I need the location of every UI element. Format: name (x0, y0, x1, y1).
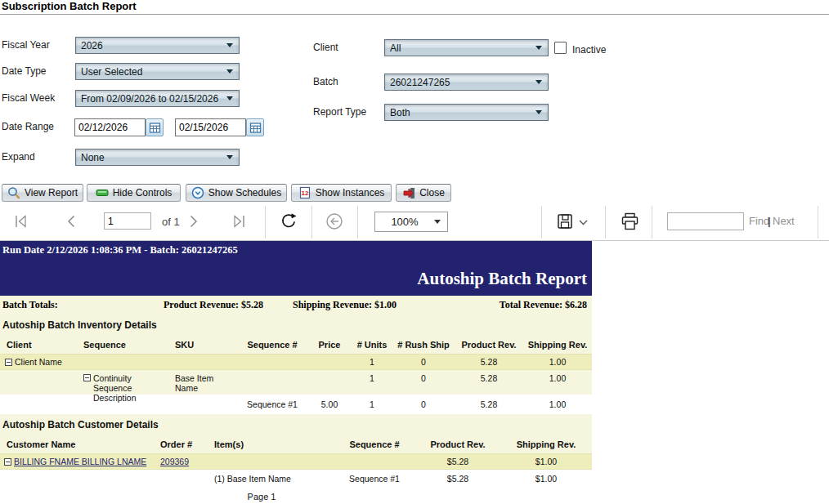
refresh-icon[interactable] (280, 212, 298, 230)
show-schedules-label: Show Schedules (208, 187, 281, 198)
batch-label: Batch (313, 74, 338, 91)
page-title: Subscription Batch Report (2, 0, 137, 12)
report-type-label: Report Type (313, 104, 366, 121)
run-date-line: Run Date 2/12/2026 1:08:36 PM - Batch: 2… (2, 244, 238, 256)
report-canvas: Run Date 2/12/2026 1:08:36 PM - Batch: 2… (0, 241, 592, 502)
date-range-start-calendar-button[interactable] (146, 118, 164, 136)
date-range-end-input[interactable] (175, 118, 246, 136)
cell-product: 5.28 (455, 357, 523, 367)
col-header: Order # (155, 439, 209, 449)
cell-product: 5.28 (455, 399, 523, 409)
inventory-section-heading: Autoship Batch Inventory Details (0, 314, 592, 336)
collapse-toggle-icon[interactable] (4, 458, 11, 466)
client-label: Client (313, 39, 338, 56)
expand-value: None (76, 152, 226, 163)
batch-select[interactable]: 26021247265 (384, 74, 549, 91)
view-report-label: View Report (25, 187, 78, 198)
col-header: Sequence (78, 340, 170, 350)
toolbar-separator (357, 206, 358, 239)
title-divider (0, 14, 829, 15)
total-revenue: Total Revenue: $6.28 (500, 299, 587, 311)
fiscal-year-label: Fiscal Year (2, 37, 50, 54)
date-type-select[interactable]: User Selected (75, 63, 240, 80)
col-header: Product Rev. (415, 439, 500, 449)
cell-product: $5.28 (415, 457, 500, 466)
find-button[interactable]: Find (749, 215, 769, 227)
cell-rush: 0 (392, 370, 455, 383)
calendar-instances-icon: 12 (298, 186, 311, 199)
fiscal-year-select[interactable]: 2026 (75, 37, 240, 54)
last-page-icon[interactable] (231, 214, 247, 229)
chevron-down-icon (226, 155, 233, 159)
cell-items: (1) Base Item Name (209, 474, 334, 484)
chevron-down-icon (535, 46, 542, 50)
col-header: Sequence # (334, 439, 415, 449)
cell-rush: 0 (392, 399, 455, 409)
collapse-toggle-icon[interactable] (5, 359, 12, 366)
date-range-end-calendar-button[interactable] (246, 118, 264, 136)
zoom-select[interactable]: 100% (374, 212, 448, 232)
cell-seq-no: Sequence #1 (237, 399, 307, 409)
first-page-icon[interactable] (13, 214, 29, 229)
inactive-checkbox[interactable] (554, 42, 567, 54)
save-export-icon[interactable] (556, 212, 574, 230)
show-instances-button[interactable]: 12 Show Instances (291, 184, 392, 202)
date-range-label: Date Range (2, 118, 54, 136)
report-type-select[interactable]: Both (384, 104, 549, 121)
find-text-input[interactable] (667, 212, 744, 230)
previous-page-icon[interactable] (65, 214, 77, 229)
view-report-button[interactable]: View Report (2, 184, 83, 202)
close-button[interactable]: Close (396, 184, 451, 202)
chevron-down-icon (226, 96, 233, 100)
chevron-down-icon[interactable] (578, 219, 589, 226)
batch-totals-label: Batch Totals: (2, 299, 58, 311)
expand-select[interactable]: None (75, 149, 240, 166)
report-type-value: Both (385, 107, 535, 118)
svg-text:12: 12 (301, 190, 308, 197)
cell-units: 1 (352, 399, 392, 409)
toolbar-separator (311, 206, 312, 239)
toolbar-separator (652, 206, 652, 239)
page-number-input[interactable] (104, 212, 151, 230)
fiscal-week-select[interactable]: From 02/09/2026 to 02/15/2026 (75, 90, 240, 107)
date-type-label: Date Type (2, 63, 46, 80)
show-instances-label: Show Instances (316, 187, 385, 198)
next-page-icon[interactable] (188, 214, 199, 229)
order-number-link[interactable]: 209369 (160, 457, 189, 466)
cell-product: $5.28 (415, 474, 500, 484)
cell-units: 1 (352, 370, 392, 383)
date-range-start-input[interactable] (74, 118, 146, 136)
page-count-label: of 1 (162, 216, 180, 228)
calendar-icon (249, 121, 262, 135)
cell-seq-no: Sequence #1 (334, 474, 415, 484)
cell-units: 1 (352, 357, 392, 367)
fiscal-year-value: 2026 (76, 40, 226, 51)
customer-section-heading: Autoship Batch Customer Details (0, 414, 592, 435)
inactive-checkbox-label[interactable]: Inactive (572, 42, 606, 59)
find-next-divider: | (768, 215, 771, 227)
customer-name-link[interactable]: BILLING FNAME BILLING LNAME (14, 457, 146, 466)
cell-shipping: $1.00 (500, 474, 592, 484)
chevron-down-icon (434, 220, 441, 224)
col-header: # Units (352, 340, 392, 350)
chevron-down-icon (226, 43, 233, 47)
hide-controls-icon (96, 187, 109, 198)
hide-controls-button[interactable]: Hide Controls (87, 184, 181, 202)
show-schedules-button[interactable]: Show Schedules (186, 184, 287, 202)
hide-controls-label: Hide Controls (113, 187, 173, 198)
batch-value: 26021247265 (385, 77, 535, 88)
back-to-parent-icon[interactable] (325, 212, 343, 230)
toolbar-separator (605, 206, 606, 239)
product-revenue-total: Product Revenue: $5.28 (164, 299, 263, 311)
col-header: SKU (170, 340, 237, 350)
find-next-button[interactable]: Next (773, 215, 795, 227)
collapse-toggle-icon[interactable] (83, 374, 91, 381)
close-label: Close (419, 187, 445, 198)
close-exit-icon (402, 186, 415, 199)
print-icon[interactable] (620, 212, 640, 231)
chevron-down-icon (535, 80, 542, 84)
client-select[interactable]: All (384, 39, 549, 56)
col-header: Sequence # (237, 340, 307, 350)
subscription-batch-report-window: Subscription Batch Report Fiscal Year 20… (0, 0, 829, 504)
report-title: Autoship Batch Report (417, 269, 587, 289)
